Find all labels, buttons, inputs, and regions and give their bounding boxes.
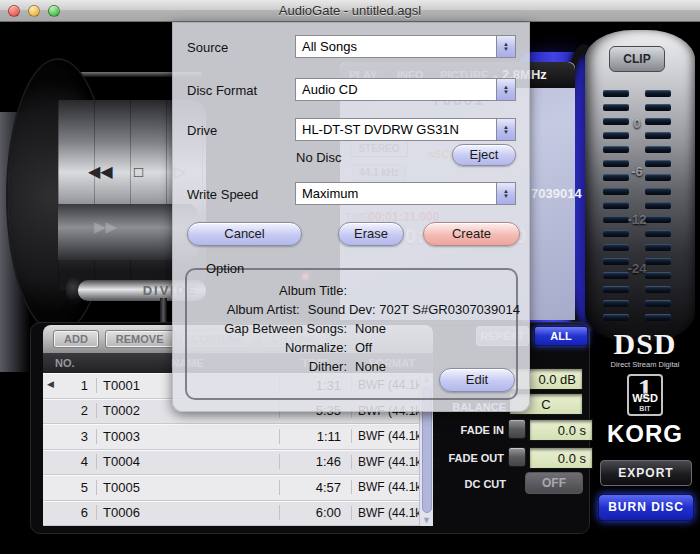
close-icon[interactable] bbox=[8, 5, 20, 17]
row-number: 3 bbox=[43, 429, 96, 444]
meter-tick-0: 0 bbox=[625, 116, 649, 131]
edit-button[interactable]: Edit bbox=[439, 368, 515, 392]
drive-select[interactable]: HL-DT-ST DVDRW GS31N ▲▼ bbox=[295, 118, 516, 141]
burn-disc-dialog: Source All Songs ▲▼ Disc Format Audio CD… bbox=[172, 22, 530, 412]
brand-sidebar: DSD Direct Stream Digital 1 WSD BIT KORG… bbox=[590, 322, 700, 554]
disc-format-select[interactable]: Audio CD ▲▼ bbox=[295, 78, 516, 101]
app-body: ◀◀ □ ▷ ▶▶ DIVIDE PLAY INFO PICTURE ◄ 2.8… bbox=[0, 22, 700, 554]
row-name: T0005 bbox=[96, 480, 279, 495]
playlist-row[interactable]: 5T00054:57BWF (44.1kHz) bbox=[43, 475, 419, 501]
dc-cut-label: DC CUT bbox=[436, 478, 506, 490]
source-value: All Songs bbox=[296, 39, 496, 54]
level-meter-wheel: CLIP 0 -6 -12 -24 bbox=[585, 30, 695, 342]
normalize-label: Normalize: bbox=[187, 340, 347, 359]
fade-out-field[interactable]: 0.0 s bbox=[529, 447, 593, 469]
rewind-button[interactable]: ◀◀ bbox=[88, 162, 113, 181]
stepper-icon[interactable]: ▲▼ bbox=[496, 183, 515, 204]
cancel-button[interactable]: Cancel bbox=[187, 222, 302, 246]
dither-value: None bbox=[347, 359, 386, 378]
write-speed-select[interactable]: Maximum ▲▼ bbox=[295, 182, 516, 205]
dc-cut-button[interactable]: OFF bbox=[525, 472, 583, 494]
row-time: 4:57 bbox=[279, 480, 351, 495]
fade-out-label: FADE OUT bbox=[426, 452, 504, 464]
title-bar[interactable]: AudioGate - untitled.agsl bbox=[0, 0, 700, 22]
fade-in-label: FADE IN bbox=[434, 424, 504, 436]
header-no: NO. bbox=[43, 353, 96, 373]
clip-indicator: CLIP bbox=[609, 46, 665, 72]
meter-segment bbox=[645, 202, 671, 209]
stepper-icon[interactable]: ▲▼ bbox=[496, 79, 515, 100]
window-title: AudioGate - untitled.agsl bbox=[0, 3, 700, 18]
write-speed-value: Maximum bbox=[296, 186, 496, 201]
korg-logo: KORG bbox=[590, 420, 700, 448]
meter-segment bbox=[645, 104, 671, 111]
source-label: Source bbox=[187, 40, 228, 55]
option-group: Option Album Title: Album Artist:Sound D… bbox=[185, 268, 518, 400]
meter-segment bbox=[603, 300, 629, 307]
minimize-icon[interactable] bbox=[28, 5, 40, 17]
dither-label: Dither: bbox=[187, 359, 347, 378]
meter-segment bbox=[603, 146, 629, 153]
row-time: 6:00 bbox=[279, 505, 351, 520]
row-number: 5 bbox=[43, 480, 96, 495]
meter-segment bbox=[603, 104, 629, 111]
row-name: T0003 bbox=[96, 429, 279, 444]
row-name: T0004 bbox=[96, 454, 279, 469]
playlist-row[interactable]: 6T00066:00BWF (44.1kHz) bbox=[43, 501, 419, 527]
erase-button[interactable]: Erase bbox=[338, 222, 404, 246]
fade-out-toggle[interactable] bbox=[508, 447, 526, 467]
gap-value: None bbox=[347, 321, 386, 340]
stepper-icon[interactable]: ▲▼ bbox=[496, 36, 515, 57]
stepper-icon[interactable]: ▲▼ bbox=[496, 119, 515, 140]
row-number: 6 bbox=[43, 505, 96, 520]
meter-tick-6: -6 bbox=[625, 164, 649, 179]
option-legend: Option bbox=[201, 261, 249, 276]
write-speed-label: Write Speed bbox=[187, 187, 258, 202]
row-format: BWF (44.1kHz) bbox=[351, 455, 419, 469]
app-window: AudioGate - untitled.agsl ◀◀ □ ▷ ▶▶ DIVI… bbox=[0, 0, 700, 554]
source-select[interactable]: All Songs ▲▼ bbox=[295, 35, 516, 58]
meter-segment bbox=[603, 202, 629, 209]
meter-segment bbox=[645, 90, 671, 97]
meter-segment bbox=[603, 286, 629, 293]
row-time: 1:46 bbox=[279, 454, 351, 469]
meter-segment bbox=[603, 188, 629, 195]
disc-format-label: Disc Format bbox=[187, 83, 257, 98]
serial-number: 7039014 bbox=[531, 186, 582, 201]
meter-tick-12: -12 bbox=[625, 212, 649, 227]
fade-in-field[interactable]: 0.0 s bbox=[529, 419, 593, 441]
create-button[interactable]: Create bbox=[423, 222, 520, 246]
export-button[interactable]: EXPORT bbox=[600, 460, 692, 486]
drive-status: No Disc bbox=[296, 150, 342, 165]
meter-segment bbox=[645, 146, 671, 153]
dsd-logo: DSD bbox=[590, 330, 700, 358]
playlist-row[interactable]: 4T00041:46BWF (44.1kHz) bbox=[43, 450, 419, 476]
skip-button[interactable]: ▶▶ bbox=[94, 218, 117, 236]
row-time: 1:11 bbox=[279, 429, 351, 444]
drive-label: Drive bbox=[187, 123, 217, 138]
meter-segment bbox=[645, 132, 671, 139]
eject-button[interactable]: Eject bbox=[452, 144, 516, 166]
wsd-text: WSD bbox=[629, 392, 661, 404]
meter-segment bbox=[645, 188, 671, 195]
stop-button[interactable]: □ bbox=[134, 163, 143, 180]
playlist-row[interactable]: 3T00031:11BWF (44.1kHz) bbox=[43, 424, 419, 450]
row-format: BWF (44.1kHz) bbox=[351, 429, 419, 443]
album-artist-label: Album Artist: bbox=[187, 302, 300, 321]
album-title-value bbox=[347, 283, 355, 302]
row-name: T0006 bbox=[96, 505, 279, 520]
remove-button[interactable]: REMOVE bbox=[105, 330, 175, 348]
scroll-down-icon[interactable]: ▼ bbox=[422, 514, 431, 526]
zoom-icon[interactable] bbox=[48, 5, 60, 17]
row-format: BWF (44.1kHz) bbox=[351, 480, 419, 494]
album-artist-value: Sound Dev: 702T S#GR0307039014 bbox=[300, 302, 520, 321]
meter-segment bbox=[603, 314, 629, 321]
all-button[interactable]: ALL bbox=[534, 326, 588, 346]
fade-in-toggle[interactable] bbox=[508, 419, 526, 439]
add-button[interactable]: ADD bbox=[53, 330, 99, 348]
row-number: 4 bbox=[43, 454, 96, 469]
disc-format-value: Audio CD bbox=[296, 82, 496, 97]
wsd-bit: BIT bbox=[629, 405, 661, 412]
meter-tick-24: -24 bbox=[625, 261, 649, 276]
burn-disc-button[interactable]: BURN DISC bbox=[598, 494, 694, 521]
